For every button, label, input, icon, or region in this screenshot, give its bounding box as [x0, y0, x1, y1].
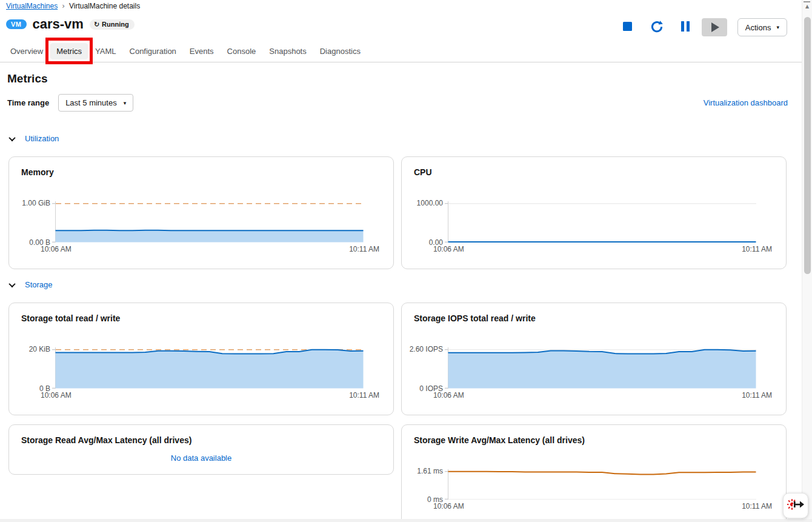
- write-latency-y-axis: 1.61 ms 0 ms: [409, 471, 448, 500]
- status-badge[interactable]: ↻ Running: [90, 19, 135, 30]
- cpu-x-axis: 10:06 AM 10:11 AM: [433, 245, 772, 253]
- cpu-y-axis: 1000.00 0.00: [409, 203, 448, 243]
- page-title: cars-vm: [33, 16, 84, 32]
- iops-y-axis: 2.60 IOPS 0 IOPS: [409, 349, 448, 389]
- storage-read-latency-title: Storage Read Avg/Max Latency (all drives…: [21, 435, 191, 445]
- vertical-scrollbar[interactable]: ▲: [802, 0, 812, 522]
- vm-title-row: VM cars-vm ↻ Running: [6, 16, 135, 32]
- y-max-label: 1.00 GiB: [22, 199, 50, 207]
- tab-configuration[interactable]: Configuration: [124, 43, 182, 59]
- time-range-row: Time range Last 5 minutes ▾: [7, 94, 133, 112]
- y-min-label: 0 IOPS: [419, 384, 443, 393]
- tab-metrics[interactable]: Metrics: [50, 43, 88, 59]
- storage-write-latency-chart: 1.61 ms 0 ms 10:06 AM 10:11 AM: [409, 471, 756, 510]
- tab-overview[interactable]: Overview: [4, 43, 49, 59]
- utilization-section-toggle[interactable]: Utilization: [10, 134, 59, 143]
- y-min-label: 0.00: [429, 238, 443, 247]
- x-end-label: 10:11 AM: [349, 245, 379, 253]
- vm-kind-badge: VM: [6, 19, 27, 29]
- breadcrumb-separator-icon: ›: [62, 2, 65, 10]
- chevron-down-icon: [8, 280, 15, 287]
- caret-down-icon: ▾: [124, 100, 127, 106]
- storage-total-chart: 20 KiB 0 B 10:06 AM 10:11 AM: [16, 349, 364, 400]
- pause-button[interactable]: [675, 18, 697, 36]
- chevron-down-icon: [8, 134, 15, 141]
- breadcrumb: VirtualMachines › VirtualMachine details: [6, 2, 140, 10]
- time-range-select[interactable]: Last 5 minutes ▾: [58, 94, 133, 112]
- cpu-chart: 1000.00 0.00 10:06 AM 10:11 AM: [409, 203, 756, 253]
- sync-icon: ↻: [94, 21, 99, 28]
- actions-menu-button[interactable]: Actions ▾: [737, 18, 787, 36]
- storage-iops-chart-title: Storage IOPS total read / write: [414, 313, 536, 323]
- vm-detail-tabs: Overview Metrics YAML Configuration Even…: [0, 40, 802, 62]
- memory-chart-title: Memory: [21, 167, 54, 177]
- memory-chart-plot: [55, 203, 364, 243]
- horizontal-scrollbar-track: [0, 519, 812, 522]
- memory-x-axis: 10:06 AM 10:11 AM: [41, 245, 379, 253]
- restart-icon: [650, 20, 664, 35]
- tab-snapshots[interactable]: Snapshots: [263, 43, 312, 59]
- pause-icon: [681, 21, 690, 33]
- scroll-up-button[interactable]: ▲: [802, 4, 812, 9]
- cpu-chart-plot: [448, 203, 756, 243]
- x-end-label: 10:11 AM: [742, 391, 772, 400]
- storage-write-latency-card: Storage Write Avg/Max Latency (all drive…: [401, 424, 787, 522]
- memory-chart: 1.00 GiB 0.00 B 10:06 AM 10:11 AM: [16, 203, 364, 253]
- storage-read-latency-card: Storage Read Avg/Max Latency (all drives…: [8, 424, 394, 475]
- x-end-label: 10:11 AM: [349, 391, 379, 400]
- storage-total-chart-card: Storage total read / write 20 KiB 0 B 10…: [8, 303, 394, 415]
- vm-details-page: VirtualMachines › VirtualMachine details…: [0, 0, 812, 522]
- memory-chart-card: Memory 1.00 GiB 0.00 B 10:06 AM 10:11 AM: [8, 156, 394, 269]
- y-max-label: 1.61 ms: [417, 467, 443, 475]
- write-latency-x-axis: 10:06 AM 10:11 AM: [433, 502, 772, 510]
- storage-total-chart-title: Storage total read / write: [21, 313, 120, 323]
- no-data-message: No data available: [9, 453, 393, 463]
- storage-total-chart-plot: [55, 349, 364, 389]
- tab-yaml[interactable]: YAML: [89, 43, 122, 59]
- y-max-label: 20 KiB: [29, 345, 50, 353]
- metrics-heading: Metrics: [7, 72, 48, 85]
- scrollbar-thumb[interactable]: [804, 17, 811, 274]
- storage-iops-chart-plot: [448, 349, 756, 389]
- x-end-label: 10:11 AM: [742, 502, 772, 510]
- breadcrumb-current: VirtualMachine details: [69, 2, 140, 10]
- click-indicator-button: [783, 493, 808, 518]
- y-min-label: 0 ms: [427, 495, 443, 504]
- y-max-label: 1000.00: [417, 199, 443, 207]
- status-label: Running: [102, 21, 129, 28]
- y-min-label: 0.00 B: [29, 238, 50, 247]
- y-max-label: 2.60 IOPS: [410, 345, 443, 353]
- storage-iops-chart-card: Storage IOPS total read / write 2.60 IOP…: [401, 303, 787, 415]
- tab-diagnostics[interactable]: Diagnostics: [314, 43, 367, 59]
- time-range-label: Time range: [7, 98, 49, 107]
- restart-button[interactable]: [646, 18, 668, 36]
- play-icon: [711, 22, 719, 32]
- tab-events[interactable]: Events: [184, 43, 220, 59]
- storage-y-axis: 20 KiB 0 B: [16, 349, 55, 389]
- storage-iops-chart: 2.60 IOPS 0 IOPS 10:06 AM 10:11 AM: [409, 349, 756, 400]
- actions-label: Actions: [745, 23, 771, 32]
- utilization-section-label: Utilization: [25, 134, 59, 143]
- storage-section-toggle[interactable]: Storage: [10, 280, 53, 289]
- click-burst-arrow-icon: [787, 496, 804, 515]
- tab-console[interactable]: Console: [221, 43, 262, 59]
- cpu-chart-card: CPU 1000.00 0.00 10:06 AM 10:11 AM: [401, 156, 787, 269]
- storage-section-label: Storage: [25, 280, 53, 289]
- x-end-label: 10:11 AM: [742, 245, 772, 253]
- tab-metrics-label: Metrics: [56, 47, 82, 56]
- caret-down-icon: ▾: [776, 24, 779, 30]
- stop-icon: [622, 21, 633, 33]
- time-range-value: Last 5 minutes: [65, 98, 117, 107]
- vm-actions-toolbar: Actions ▾: [617, 18, 787, 36]
- memory-y-axis: 1.00 GiB 0.00 B: [16, 203, 55, 243]
- stop-button[interactable]: [617, 18, 639, 36]
- write-latency-chart-plot: [448, 471, 756, 500]
- scrollbar-top-divider: [804, 1, 810, 2]
- virtualization-dashboard-link[interactable]: Virtualization dashboard: [704, 98, 788, 107]
- breadcrumb-virtualmachines-link[interactable]: VirtualMachines: [6, 2, 58, 10]
- iops-x-axis: 10:06 AM 10:11 AM: [433, 391, 772, 400]
- play-button[interactable]: [702, 18, 727, 36]
- cpu-chart-title: CPU: [414, 167, 432, 177]
- y-min-label: 0 B: [39, 384, 50, 393]
- storage-write-latency-title: Storage Write Avg/Max Latency (all drive…: [414, 435, 585, 445]
